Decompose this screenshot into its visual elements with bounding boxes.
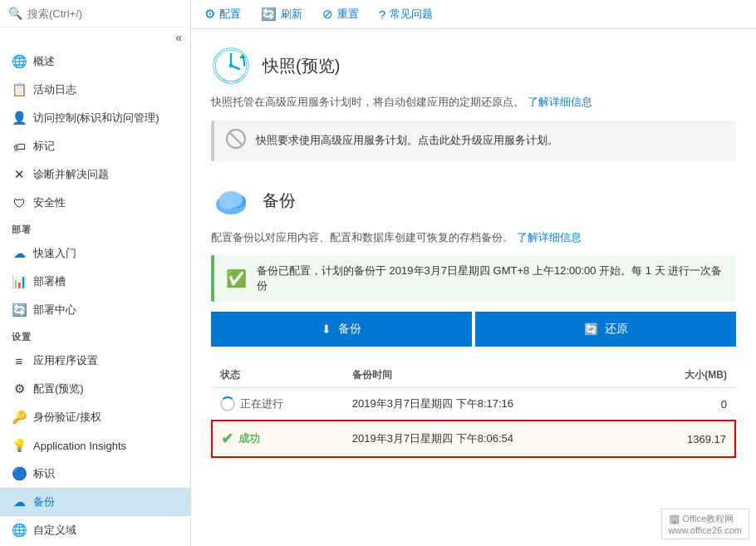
reset-label: 重置: [337, 7, 359, 22]
wrench-icon: ✕: [12, 167, 27, 182]
col-header-time: 备份时间: [344, 363, 638, 388]
backup-icon: [211, 181, 251, 221]
status-success: ✔成功: [221, 430, 336, 448]
sidebar-item-diagnose[interactable]: ✕ 诊断并解决问题: [0, 160, 190, 189]
sidebar-item-label: 概述: [33, 54, 55, 69]
size-cell: 0: [638, 388, 735, 421]
sidebar-item-deployment-center[interactable]: 🔄 部署中心: [0, 296, 190, 324]
sidebar-item-label: 访问控制(标识和访问管理): [33, 111, 160, 125]
sidebar-item-security[interactable]: 🛡 安全性: [0, 189, 190, 217]
shield-icon: 🛡: [12, 195, 27, 210]
backup-btn-label: 备份: [338, 322, 361, 337]
reset-button[interactable]: ⊘ 重置: [322, 7, 359, 22]
faq-label: 常见问题: [390, 7, 433, 22]
snapshot-icon: [211, 46, 251, 86]
collapse-sidebar-button[interactable]: «: [167, 27, 190, 47]
backup-action-buttons: ⬇ 备份 🔄 还原: [211, 312, 736, 347]
sidebar-item-quickstart[interactable]: ☁ 快速入门: [0, 239, 190, 268]
sidebar: 🔍 « 🌐 概述 📋 活动日志 👤 访问控制(标识和访问管理) 🏷 标记 ✕ 诊…: [0, 0, 191, 546]
refresh-icon: 🔄: [261, 7, 277, 22]
backup-button[interactable]: ⬇ 备份: [211, 312, 472, 347]
faq-button[interactable]: ? 常见问题: [379, 7, 433, 22]
sidebar-item-auth[interactable]: 🔑 身份验证/接权: [0, 403, 190, 431]
sidebar-item-custom-domain[interactable]: 🌐 自定义域: [0, 516, 190, 544]
cloud-upload-icon: ☁: [12, 246, 27, 261]
sidebar-item-label: 活动日志: [33, 82, 76, 97]
sidebar-item-label: 自定义域: [33, 523, 76, 538]
search-icon: 🔍: [8, 7, 22, 20]
person-icon: 👤: [12, 111, 27, 125]
search-box[interactable]: 🔍: [0, 0, 190, 27]
watermark-icon: 🏢: [669, 514, 680, 524]
backup-learn-more-link[interactable]: 了解详细信息: [517, 231, 582, 243]
status-cell: ✔成功: [212, 421, 344, 457]
svg-point-11: [219, 191, 243, 208]
check-icon: ✔: [221, 430, 233, 448]
spinner-icon: [220, 396, 235, 411]
sidebar-item-tags[interactable]: 🏷 标记: [0, 132, 190, 160]
sidebar-item-config-preview[interactable]: ⚙ 配置(预览): [0, 375, 190, 403]
config-icon: ⚙: [12, 381, 27, 396]
time-cell: 2019年3月7日星期四 下午8:06:54: [344, 421, 638, 457]
backup-success-icon: ✅: [226, 268, 247, 288]
backup-cloud-icon: ☁: [12, 494, 27, 509]
snapshot-info-box: 快照要求使用高级应用服务计划。点击此处升级应用服务计划。: [211, 121, 736, 161]
sidebar-item-label: 安全性: [33, 195, 66, 210]
sidebar-item-labels[interactable]: 🔵 标识: [0, 460, 190, 488]
restore-btn-icon: 🔄: [584, 322, 598, 336]
backup-btn-icon: ⬇: [322, 322, 331, 336]
sidebar-item-activity-log[interactable]: 📋 活动日志: [0, 76, 190, 104]
backup-title-row: 备份: [211, 181, 736, 221]
key-icon: 🔑: [12, 410, 27, 425]
log-icon: 📋: [12, 82, 27, 97]
section-header-deploy: 部署: [0, 217, 190, 239]
size-cell: 1369.17: [638, 421, 735, 457]
sidebar-item-label: 配置(预览): [33, 381, 84, 396]
watermark-text: Office教程网: [683, 514, 734, 524]
status-cell: 正在进行: [212, 388, 344, 421]
insights-icon: 💡: [12, 438, 27, 453]
snapshot-title-row: 快照(预览): [211, 46, 736, 86]
sidebar-item-label: 部署槽: [33, 274, 66, 289]
sidebar-item-label: 应用程序设置: [33, 353, 98, 368]
time-cell: 2019年3月7日星期四 下午8:17:16: [344, 388, 638, 421]
sidebar-item-access-control[interactable]: 👤 访问控制(标识和访问管理): [0, 104, 190, 132]
deploy-icon: 🔄: [12, 303, 27, 317]
label-icon: 🔵: [12, 466, 27, 481]
col-header-size: 大小(MB): [638, 363, 735, 388]
backup-description: 配置备份以对应用内容、配置和数据库创建可恢复的存档备份。 了解详细信息: [211, 229, 736, 246]
sidebar-item-backup[interactable]: ☁ 备份: [0, 488, 190, 516]
domain-icon: 🌐: [12, 523, 27, 538]
sidebar-item-app-settings[interactable]: ≡ 应用程序设置: [0, 347, 190, 375]
main-panel: ⚙ 配置 🔄 刷新 ⊘ 重置 ? 常见问题: [191, 0, 756, 546]
config-button[interactable]: ⚙ 配置: [204, 7, 241, 22]
backup-table: 状态 备份时间 大小(MB) 正在进行2019年3月7日星期四 下午8:17:1…: [211, 363, 736, 458]
sidebar-item-label: 身份验证/接权: [33, 410, 101, 425]
sidebar-item-label: 标记: [33, 139, 55, 154]
snapshot-title: 快照(预览): [263, 55, 340, 77]
snapshot-learn-more-link[interactable]: 了解详细信息: [528, 96, 592, 108]
backup-success-text: 备份已配置，计划的备份于 2019年3月7日星期四 GMT+8 上午12:00:…: [257, 263, 724, 293]
sidebar-item-app-insights[interactable]: 💡 Application Insights: [0, 431, 190, 460]
snapshot-description: 快照托管在高级应用服务计划时，将自动创建应用的定期还原点。 了解详细信息: [211, 94, 736, 111]
settings-icon: ≡: [12, 353, 27, 368]
sidebar-item-label: 快速入门: [33, 246, 76, 261]
restore-button[interactable]: 🔄 还原: [475, 312, 736, 347]
search-input[interactable]: [27, 7, 182, 20]
backup-success-box: ✅ 备份已配置，计划的备份于 2019年3月7日星期四 GMT+8 上午12:0…: [211, 255, 736, 302]
col-header-status: 状态: [212, 363, 344, 388]
sidebar-item-overview[interactable]: 🌐 概述: [0, 47, 190, 76]
snapshot-section: 快照(预览) 快照托管在高级应用服务计划时，将自动创建应用的定期还原点。 了解详…: [211, 46, 736, 161]
sidebar-item-deployment-slots[interactable]: 📊 部署槽: [0, 268, 190, 296]
status-running: 正在进行: [220, 396, 336, 411]
svg-line-7: [230, 133, 242, 145]
backup-section: 备份 配置备份以对应用内容、配置和数据库创建可恢复的存档备份。 了解详细信息 ✅…: [211, 181, 736, 459]
restore-btn-label: 还原: [605, 322, 628, 337]
snapshot-disabled-icon: [226, 129, 246, 153]
watermark: 🏢 Office教程网 www.office26.com: [661, 509, 749, 539]
content-area: 快照(预览) 快照托管在高级应用服务计划时，将自动创建应用的定期还原点。 了解详…: [191, 29, 756, 546]
refresh-button[interactable]: 🔄 刷新: [261, 7, 302, 22]
sidebar-item-label: 标识: [33, 466, 55, 481]
sidebar-item-label: 部署中心: [33, 303, 76, 317]
config-label: 配置: [219, 7, 241, 22]
